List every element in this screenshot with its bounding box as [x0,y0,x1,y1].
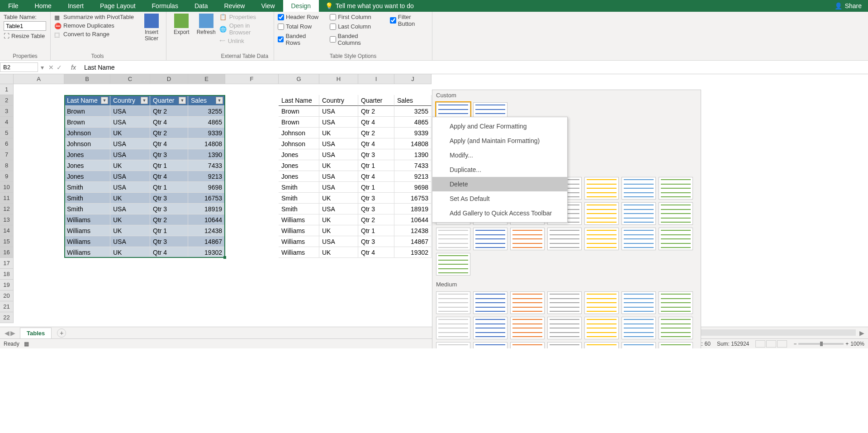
cell-E14[interactable]: 12438 [188,225,225,236]
style-thumb[interactable] [621,228,656,250]
style-thumb[interactable] [473,228,508,250]
cell-H12[interactable]: USA [319,204,358,214]
cell-B13[interactable]: Williams [64,214,110,225]
prev-sheet-icon[interactable]: ◀ [5,329,9,337]
tab-home[interactable]: Home [27,0,60,12]
cell-G5[interactable]: Johnson [279,128,319,138]
filter-button-check[interactable]: Filter Button [390,14,428,27]
cell-E11[interactable]: 16753 [188,193,225,204]
cell-D16[interactable]: Qtr 4 [150,247,188,258]
row-header-21[interactable]: 21 [0,301,14,312]
style-thumb[interactable] [584,291,619,314]
filter-dropdown-icon[interactable]: ▼ [179,97,186,104]
col-header-F[interactable]: F [225,74,279,84]
style-thumb[interactable] [621,342,656,348]
cell-H6[interactable]: USA [319,138,358,149]
ctx-add-gallery[interactable]: Add Gallery to Quick Access Toolbar [432,206,567,220]
cell-J10[interactable]: 9698 [394,182,432,193]
row-header-18[interactable]: 18 [0,269,14,280]
cell-C2[interactable]: Country▼ [110,95,150,106]
cell-G10[interactable]: Smith [279,182,319,193]
row-header-11[interactable]: 11 [0,193,14,204]
cell-J7[interactable]: 1390 [394,149,432,160]
tab-file[interactable]: File [0,0,27,12]
style-thumb[interactable] [659,228,693,250]
resize-table-button[interactable]: ⛶Resize Table [4,32,47,40]
row-header-22[interactable]: 22 [0,312,14,323]
cell-H8[interactable]: UK [319,160,358,171]
cell-I16[interactable]: Qtr 4 [358,247,394,258]
style-thumb[interactable] [510,317,545,339]
cell-I3[interactable]: Qtr 2 [358,106,394,117]
row-header-20[interactable]: 20 [0,290,14,301]
cell-C8[interactable]: UK [110,160,150,171]
style-thumb[interactable] [621,177,656,200]
style-thumb[interactable] [547,317,582,339]
row-header-5[interactable]: 5 [0,128,14,138]
cell-J9[interactable]: 9213 [394,171,432,182]
cell-J16[interactable]: 19302 [394,247,432,258]
style-thumb[interactable] [473,317,508,339]
cell-G16[interactable]: Williams [279,247,319,258]
cell-G3[interactable]: Brown [279,106,319,117]
cell-I5[interactable]: Qtr 2 [358,128,394,138]
cell-C6[interactable]: USA [110,138,150,149]
total-row-check[interactable]: Total Row [278,23,321,30]
remove-duplicates-button[interactable]: ⛔Remove Duplicates [54,22,141,29]
select-all-corner[interactable] [0,74,14,84]
row-header-8[interactable]: 8 [0,160,14,171]
refresh-button[interactable]: Refresh [193,14,219,59]
zoom-slider[interactable] [798,343,844,345]
row-header-9[interactable]: 9 [0,171,14,182]
cell-D15[interactable]: Qtr 3 [150,236,188,247]
style-thumb[interactable] [547,291,582,314]
cell-B11[interactable]: Smith [64,193,110,204]
cell-B7[interactable]: Jones [64,149,110,160]
cell-J11[interactable]: 16753 [394,193,432,204]
cell-I4[interactable]: Qtr 4 [358,117,394,128]
row-header-12[interactable]: 12 [0,204,14,214]
style-thumb[interactable] [510,228,545,250]
cell-I2[interactable]: Quarter [358,95,394,106]
row-header-6[interactable]: 6 [0,138,14,149]
col-header-A[interactable]: A [14,74,64,84]
cell-E10[interactable]: 9698 [188,182,225,193]
tellme-search[interactable]: 💡 Tell me what you want to do [319,2,420,10]
cell-E12[interactable]: 18919 [188,204,225,214]
cell-H9[interactable]: USA [319,171,358,182]
cell-D6[interactable]: Qtr 4 [150,138,188,149]
cell-H3[interactable]: USA [319,106,358,117]
ctx-set-default[interactable]: Set As Default [432,191,567,206]
cell-J8[interactable]: 7433 [394,160,432,171]
tab-design[interactable]: Design [283,0,319,12]
convert-range-button[interactable]: ⬚Convert to Range [54,31,141,38]
cell-D9[interactable]: Qtr 4 [150,171,188,182]
ctx-apply-clear[interactable]: Apply and Clear Formatting [432,119,567,133]
row-header-3[interactable]: 3 [0,106,14,117]
cell-E4[interactable]: 4865 [188,117,225,128]
style-thumb[interactable] [436,291,470,314]
style-thumb[interactable] [621,291,656,314]
filter-dropdown-icon[interactable]: ▼ [141,97,148,104]
cell-I7[interactable]: Qtr 3 [358,149,394,160]
cell-G9[interactable]: Jones [279,171,319,182]
cell-D11[interactable]: Qtr 3 [150,193,188,204]
cell-D10[interactable]: Qtr 1 [150,182,188,193]
cell-C7[interactable]: USA [110,149,150,160]
cell-B5[interactable]: Johnson [64,128,110,138]
enter-icon[interactable]: ✓ [57,64,62,71]
selection-handle[interactable] [223,256,226,259]
cell-G12[interactable]: Smith [279,204,319,214]
share-button[interactable]: 👤 Share [828,2,868,10]
cell-J15[interactable]: 14867 [394,236,432,247]
macro-icon[interactable]: ▦ [24,341,29,347]
cell-C12[interactable]: USA [110,204,150,214]
cell-B3[interactable]: Brown [64,106,110,117]
fx-icon[interactable]: fx [66,64,81,71]
cell-H14[interactable]: UK [319,225,358,236]
zoom-in-button[interactable]: + [845,341,849,347]
row-header-4[interactable]: 4 [0,117,14,128]
style-thumb[interactable] [584,177,619,200]
tab-insert[interactable]: Insert [60,0,92,12]
unlink-button[interactable]: ⬳Unlink [219,38,270,44]
